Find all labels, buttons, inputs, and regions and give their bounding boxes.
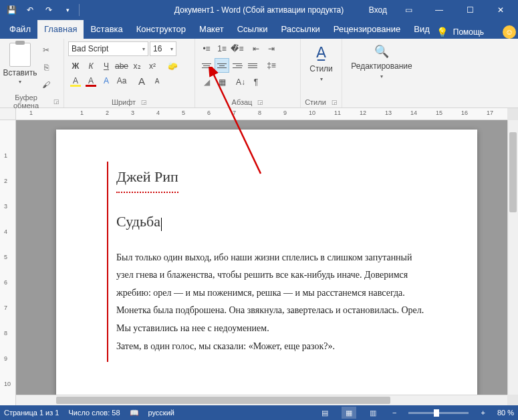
bullets-button[interactable]: •≡ [199, 41, 214, 56]
tab-insert[interactable]: Вставка [84, 20, 129, 39]
shading-button[interactable]: ◢ [199, 75, 214, 89]
change-case-button[interactable]: Aa [114, 73, 129, 88]
show-marks-button[interactable]: ¶ [249, 75, 263, 89]
titlebar-right: Вход ▭ — ☐ ✕ [364, 0, 518, 20]
increase-indent-button[interactable]: ⇥ [264, 41, 279, 56]
tell-me-bulb-icon[interactable]: 💡 [436, 27, 448, 37]
dialog-launcher-icon[interactable]: ◲ [141, 99, 147, 106]
spellcheck-icon[interactable]: 📖 [130, 409, 139, 417]
copy-icon[interactable]: ⎘ [39, 60, 53, 75]
clipboard-icon [9, 43, 31, 67]
cut-icon[interactable]: ✂ [39, 43, 53, 57]
styles-label: Стили [309, 64, 333, 73]
print-layout-icon[interactable]: ▦ [342, 407, 356, 419]
dialog-launcher-icon[interactable]: ◲ [332, 99, 338, 106]
styles-button[interactable]: A̲ Стили ▾ [304, 41, 338, 82]
group-label-paragraph: Абзац [232, 98, 253, 106]
save-icon[interactable]: 💾 [3, 1, 20, 19]
editing-button[interactable]: 🔍 Редактирование ▾ [346, 41, 417, 79]
bold-button[interactable]: Ж [68, 59, 83, 73]
tab-references[interactable]: Ссылки [231, 20, 275, 39]
group-styles: A̲ Стили ▾ Стили◲ [301, 39, 342, 108]
page[interactable]: Джей Рип Судьба Был только один выход, и… [56, 130, 477, 395]
qat-customize-icon[interactable]: ▾ [59, 1, 76, 19]
scrollbar-thumb[interactable] [56, 397, 390, 404]
minimize-button[interactable]: — [424, 0, 454, 20]
maximize-button[interactable]: ☐ [455, 0, 485, 20]
tab-layout[interactable]: Макет [192, 20, 231, 39]
group-font: Bad Script▾ 16▾ Ж К Ч abe x₂ x² 🧽 A A A … [64, 39, 195, 108]
paste-button[interactable]: Вставить ▾ [4, 41, 36, 85]
body-paragraph[interactable]: Был только один выход, ибо наши жизни сп… [116, 249, 450, 356]
tab-design[interactable]: Конструктор [130, 20, 192, 39]
numbering-button[interactable]: 1≡ [215, 41, 229, 56]
author-text[interactable]: Джей Рип [116, 163, 178, 193]
highlight-color-button[interactable]: A [68, 73, 83, 88]
horizontal-scrollbar[interactable] [16, 395, 507, 405]
clear-formatting-icon[interactable]: 🧽 [165, 59, 180, 73]
ribbon-display-options-icon[interactable]: ▭ [394, 0, 423, 20]
zoom-slider[interactable] [408, 412, 469, 414]
line-spacing-button[interactable]: ‡≡ [264, 58, 279, 73]
font-color-button[interactable]: A [84, 73, 98, 88]
font-name-combo[interactable]: Bad Script▾ [68, 41, 148, 56]
tab-review[interactable]: Рецензирование [327, 20, 407, 39]
status-page[interactable]: Страница 1 из 1 [4, 409, 59, 417]
web-layout-icon[interactable]: ▥ [366, 407, 380, 419]
document-area: 11234567891011121314151617 12345678910 Д… [0, 108, 518, 405]
dialog-launcher-icon[interactable]: ◲ [257, 99, 263, 106]
document-content[interactable]: Джей Рип Судьба Был только один выход, и… [116, 163, 450, 355]
dialog-launcher-icon[interactable]: ◲ [53, 98, 59, 105]
vertical-ruler[interactable]: 12345678910 [0, 120, 16, 405]
align-center-button[interactable] [215, 58, 229, 73]
underline-button[interactable]: Ч [99, 59, 114, 73]
redo-icon[interactable]: ↷ [40, 1, 57, 19]
tab-file[interactable]: Файл [3, 20, 37, 39]
text-effects-button[interactable]: A [99, 73, 114, 88]
status-bar: Страница 1 из 1 Число слов: 58 📖 русский… [0, 405, 518, 420]
page-viewport[interactable]: Джей Рип Судьба Был только один выход, и… [16, 120, 507, 395]
align-right-button[interactable] [230, 58, 245, 73]
zoom-level[interactable]: 80 % [497, 409, 514, 417]
tab-view[interactable]: Вид [407, 20, 436, 39]
tell-me-label[interactable]: Помощь [453, 27, 484, 37]
chevron-down-icon: ▾ [380, 73, 383, 79]
scrollbar-thumb[interactable] [509, 132, 517, 212]
format-painter-icon[interactable]: 🖌 [39, 77, 53, 92]
multilevel-list-button[interactable]: �ົ≡ [230, 41, 245, 56]
font-size-combo[interactable]: 16▾ [150, 41, 176, 56]
strikethrough-button[interactable]: abe [114, 59, 129, 73]
tab-mailings[interactable]: Рассылки [274, 20, 326, 39]
decrease-indent-button[interactable]: ⇤ [249, 41, 263, 56]
separator [79, 4, 80, 16]
borders-button[interactable]: ▦ [215, 75, 229, 89]
status-word-count[interactable]: Число слов: 58 [68, 409, 120, 417]
zoom-slider-knob[interactable] [434, 409, 439, 417]
grow-font-button[interactable]: A [134, 73, 149, 88]
paste-label: Вставить [3, 68, 37, 77]
zoom-in-button[interactable]: + [478, 409, 487, 417]
title-text[interactable]: Судьба [116, 208, 160, 236]
justify-button[interactable] [245, 58, 260, 73]
shrink-font-button[interactable]: A [150, 73, 164, 88]
subscript-button[interactable]: x₂ [130, 59, 144, 73]
chevron-down-icon: ▾ [19, 79, 21, 85]
styles-icon: A̲ [316, 44, 326, 61]
text-cursor [161, 218, 162, 231]
horizontal-ruler[interactable]: 11234567891011121314151617 [16, 108, 507, 120]
italic-button[interactable]: К [84, 59, 98, 73]
zoom-out-button[interactable]: − [390, 409, 399, 417]
status-language[interactable]: русский [148, 409, 174, 417]
superscript-button[interactable]: x² [145, 59, 160, 73]
vertical-scrollbar[interactable] [507, 120, 518, 395]
sort-button[interactable]: A↓ [233, 75, 248, 89]
tab-home[interactable]: Главная [37, 20, 84, 39]
undo-icon[interactable]: ↶ [21, 1, 39, 19]
margin-line [107, 162, 108, 362]
close-button[interactable]: ✕ [486, 0, 515, 20]
align-left-button[interactable] [199, 58, 214, 73]
feedback-smiley-icon[interactable]: ☺ [503, 25, 516, 39]
sign-in-link[interactable]: Вход [364, 5, 392, 15]
read-mode-icon[interactable]: ▤ [317, 407, 332, 419]
group-paragraph: •≡ 1≡ �ົ≡ ⇤ ⇥ ‡≡ ◢ ▦ A↓ ¶ [195, 39, 301, 108]
